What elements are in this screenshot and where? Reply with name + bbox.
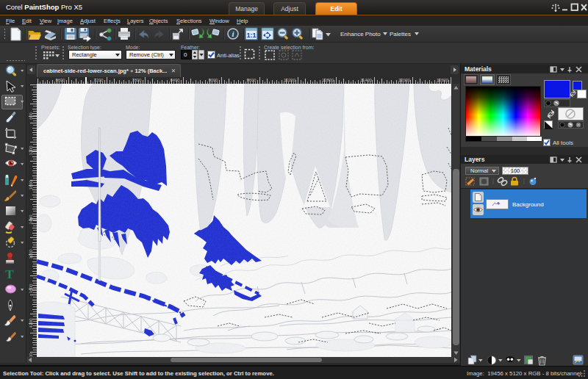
svg-text:3000: 3000 bbox=[29, 250, 33, 259]
svg-text:4200: 4200 bbox=[29, 319, 33, 328]
svg-text:9000: 9000 bbox=[209, 78, 218, 82]
svg-text:1:1: 1:1 bbox=[246, 32, 256, 39]
svg-text:1200: 1200 bbox=[29, 146, 33, 156]
svg-text:9600: 9600 bbox=[247, 78, 257, 82]
svg-text:6600: 6600 bbox=[56, 78, 65, 82]
svg-text:7200: 7200 bbox=[94, 78, 104, 82]
svg-text:600: 600 bbox=[29, 112, 33, 120]
svg-text:1800: 1800 bbox=[29, 181, 33, 190]
svg-text:3600: 3600 bbox=[29, 284, 33, 294]
svg-text:2400: 2400 bbox=[29, 215, 33, 225]
svg-text:12000: 12000 bbox=[398, 78, 410, 82]
svg-text:T: T bbox=[5, 267, 14, 281]
svg-text:10200: 10200 bbox=[284, 78, 295, 82]
svg-text:11400: 11400 bbox=[360, 78, 372, 82]
svg-text:8400: 8400 bbox=[171, 78, 180, 82]
svg-text:10800: 10800 bbox=[322, 78, 334, 82]
svg-text:12600: 12600 bbox=[437, 78, 448, 82]
svg-text:7800: 7800 bbox=[132, 78, 142, 82]
